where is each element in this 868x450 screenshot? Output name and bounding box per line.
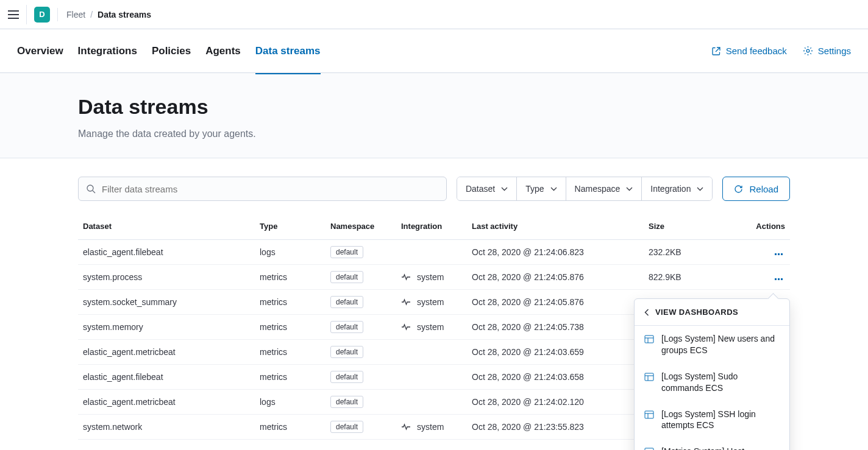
col-size[interactable]: Size: [644, 216, 735, 240]
page-title: Data streams: [78, 95, 790, 119]
dashboard-item[interactable]: [Logs System] Sudo commands ECS: [635, 364, 789, 401]
cell-type: metrics: [255, 315, 326, 340]
dashboard-icon: [644, 334, 654, 344]
cell-last-activity: Oct 28, 2020 @ 21:24:05.876: [467, 290, 644, 315]
filter-dataset[interactable]: Dataset: [457, 177, 516, 200]
cell-integration: [396, 390, 467, 415]
page-subtitle: Manage the data created by your agents.: [78, 128, 790, 139]
menu-icon[interactable]: [8, 10, 19, 19]
cell-dataset: system.process: [78, 265, 255, 290]
tab-agents[interactable]: Agents: [205, 38, 241, 65]
dashboard-item[interactable]: [Logs System] New users and groups ECS: [635, 326, 789, 364]
cell-integration: system: [396, 265, 467, 290]
cell-integration: system: [396, 315, 467, 340]
chevron-down-icon: [697, 187, 703, 191]
app-badge[interactable]: D: [34, 7, 50, 23]
col-actions: Actions: [735, 216, 790, 240]
svg-point-1: [87, 185, 93, 191]
dashboard-item[interactable]: [Metrics System] Host: [635, 438, 789, 450]
popover-title: VIEW DASHBOARDS: [655, 308, 738, 317]
send-feedback-label: Send feedback: [726, 46, 787, 56]
filter-group: Dataset Type Namespace Integration: [457, 177, 713, 201]
breadcrumb: Fleet / Data streams: [66, 10, 151, 19]
cell-dataset: system.network: [78, 415, 255, 440]
cell-last-activity: Oct 28, 2020 @ 21:24:06.823: [467, 240, 644, 265]
cell-last-activity: Oct 28, 2020 @ 21:24:05.738: [467, 315, 644, 340]
col-dataset[interactable]: Dataset: [78, 216, 255, 240]
cell-dataset: elastic_agent.metricbeat: [78, 340, 255, 365]
col-type[interactable]: Type: [255, 216, 326, 240]
dashboard-item-label: [Logs System] SSH login attempts ECS: [661, 409, 780, 432]
search-icon: [86, 184, 96, 194]
row-actions-button[interactable]: [772, 251, 785, 258]
cell-last-activity: Oct 28, 2020 @ 21:24:03.659: [467, 340, 644, 365]
breadcrumb-current: Data streams: [98, 10, 151, 19]
reload-label: Reload: [749, 184, 778, 194]
integration-value: system: [417, 322, 444, 332]
svg-rect-4: [645, 411, 653, 418]
namespace-badge: default: [330, 346, 363, 358]
search-input[interactable]: [102, 184, 439, 194]
cell-type: metrics: [255, 415, 326, 440]
cell-integration: [396, 365, 467, 390]
tab-policies[interactable]: Policies: [152, 38, 191, 65]
search-box[interactable]: [78, 177, 447, 201]
cell-size: 822.9KB: [644, 265, 735, 290]
table-row: elastic_agent.filebeatlogsdefaultOct 28,…: [78, 240, 790, 265]
tab-overview[interactable]: Overview: [17, 38, 63, 65]
namespace-badge: default: [330, 296, 363, 308]
filter-namespace[interactable]: Namespace: [566, 177, 642, 200]
cell-namespace: default: [326, 390, 396, 415]
cell-size: 232.2KB: [644, 240, 735, 265]
cell-namespace: default: [326, 290, 396, 315]
col-namespace[interactable]: Namespace: [326, 216, 396, 240]
cell-namespace: default: [326, 415, 396, 440]
integration-value: system: [417, 272, 444, 282]
dashboard-item-label: [Logs System] New users and groups ECS: [661, 333, 780, 356]
row-actions-button[interactable]: [772, 276, 785, 283]
cell-integration: [396, 240, 467, 265]
svg-rect-3: [645, 373, 653, 381]
cell-dataset: elastic_agent.metricbeat: [78, 390, 255, 415]
controls-row: Dataset Type Namespace Integration Reloa…: [78, 177, 790, 201]
reload-button[interactable]: Reload: [722, 177, 790, 201]
cell-actions: [735, 265, 790, 290]
col-integration[interactable]: Integration: [396, 216, 467, 240]
send-feedback-button[interactable]: Send feedback: [711, 46, 787, 56]
gear-icon: [803, 46, 813, 56]
chevron-down-icon: [501, 187, 508, 191]
pulse-icon: [401, 422, 411, 432]
tab-data-streams[interactable]: Data streams: [255, 38, 321, 65]
filter-integration[interactable]: Integration: [641, 177, 712, 200]
dashboard-icon: [644, 410, 654, 420]
dashboard-item[interactable]: [Logs System] SSH login attempts ECS: [635, 401, 789, 439]
svg-point-0: [806, 49, 809, 52]
cell-dataset: elastic_agent.filebeat: [78, 240, 255, 265]
filter-type-label: Type: [525, 184, 544, 194]
tab-integrations[interactable]: Integrations: [78, 38, 137, 65]
chevron-down-icon: [626, 187, 633, 191]
col-last-activity[interactable]: Last activity: [467, 216, 644, 240]
popover-header[interactable]: VIEW DASHBOARDS: [635, 299, 789, 326]
pulse-icon: [401, 297, 411, 307]
cell-integration: system: [396, 415, 467, 440]
cell-type: metrics: [255, 290, 326, 315]
cell-type: logs: [255, 390, 326, 415]
breadcrumb-separator: /: [90, 10, 93, 19]
namespace-badge: default: [330, 371, 363, 383]
pulse-icon: [401, 272, 411, 282]
cell-integration: [396, 340, 467, 365]
cell-type: metrics: [255, 265, 326, 290]
namespace-badge: default: [330, 396, 363, 408]
top-bar: D Fleet / Data streams: [0, 0, 868, 29]
breadcrumb-root[interactable]: Fleet: [66, 10, 85, 19]
view-dashboards-popover: VIEW DASHBOARDS [Logs System] New users …: [634, 298, 790, 450]
filter-namespace-label: Namespace: [575, 184, 621, 194]
cell-namespace: default: [326, 365, 396, 390]
filter-type[interactable]: Type: [516, 177, 565, 200]
settings-button[interactable]: Settings: [803, 46, 851, 56]
pulse-icon: [401, 322, 411, 332]
cell-namespace: default: [326, 265, 396, 290]
divider: [57, 8, 58, 21]
namespace-badge: default: [330, 421, 363, 433]
